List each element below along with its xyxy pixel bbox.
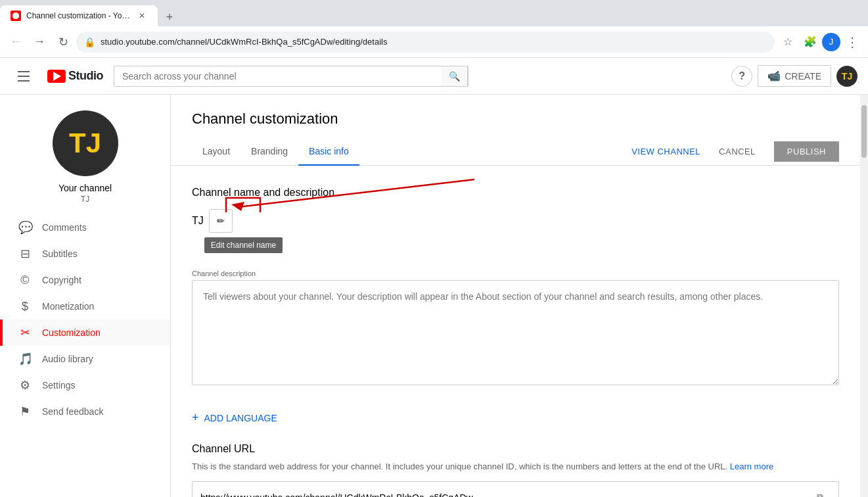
channel-url-value: https://www.youtube.com/channel/UCdkWmRc… bbox=[200, 492, 810, 498]
audio-library-icon: 🎵 bbox=[18, 352, 32, 366]
tab-actions: VIEW CHANNEL CANCEL PUBLISH bbox=[631, 141, 839, 162]
sidebar-item-settings[interactable]: ⚙ Settings bbox=[0, 372, 170, 398]
user-avatar[interactable]: TJ bbox=[836, 66, 857, 87]
cancel-button[interactable]: CANCEL bbox=[711, 141, 764, 162]
edit-channel-name-tooltip: Edit channel name bbox=[204, 237, 283, 253]
back-button[interactable]: ← bbox=[5, 32, 26, 53]
bookmark-button[interactable]: ☆ bbox=[777, 32, 798, 53]
publish-button[interactable]: PUBLISH bbox=[774, 141, 839, 162]
send-feedback-icon: ⚑ bbox=[18, 404, 32, 419]
reload-button[interactable]: ↻ bbox=[53, 32, 74, 53]
help-button[interactable]: ? bbox=[731, 66, 752, 87]
lock-icon: 🔒 bbox=[84, 37, 95, 47]
settings-icon: ⚙ bbox=[18, 378, 32, 392]
video-camera-icon: 📹 bbox=[767, 70, 781, 82]
monetization-icon: $ bbox=[18, 300, 32, 314]
channel-description-field[interactable] bbox=[192, 280, 839, 385]
tab-close-button[interactable]: ✕ bbox=[137, 11, 147, 21]
description-section: Channel description bbox=[192, 270, 839, 387]
search-input-wrap bbox=[114, 71, 442, 82]
view-channel-button[interactable]: VIEW CHANNEL bbox=[631, 141, 700, 162]
create-button[interactable]: 📹 CREATE bbox=[758, 65, 831, 87]
search-bar[interactable]: 🔍 bbox=[114, 66, 468, 87]
sidebar-item-customization[interactable]: ✂ Customization bbox=[0, 320, 170, 346]
sidebar-label-comments: Comments bbox=[42, 222, 87, 233]
play-triangle bbox=[53, 72, 61, 81]
subtitles-icon: ⊟ bbox=[18, 247, 32, 261]
channel-handle-display: TJ bbox=[81, 195, 89, 204]
sidebar-label-monetization: Monetization bbox=[42, 301, 94, 312]
pencil-icon: ✏ bbox=[217, 216, 225, 226]
extensions-button[interactable]: 🧩 bbox=[800, 32, 821, 53]
hamburger-menu-button[interactable] bbox=[11, 63, 37, 89]
edit-channel-name-button[interactable]: ✏ Edit channel name bbox=[209, 209, 233, 233]
address-bar[interactable]: 🔒 studio.youtube.com/channel/UCdkWmRcI-B… bbox=[76, 32, 775, 53]
youtube-logo-icon bbox=[47, 70, 66, 83]
add-language-label: ADD LANGUAGE bbox=[204, 413, 277, 423]
add-language-button[interactable]: + ADD LANGUAGE bbox=[192, 403, 277, 433]
main-content: Channel customization Layout Branding Ba… bbox=[171, 95, 860, 497]
logo[interactable]: Studio bbox=[47, 69, 103, 83]
sidebar-label-copyright: Copyright bbox=[42, 275, 81, 285]
channel-avatar-section: TJ Your channel TJ bbox=[0, 95, 170, 214]
create-label: CREATE bbox=[785, 71, 821, 82]
sidebar-item-copyright[interactable]: © Copyright bbox=[0, 267, 170, 293]
content-area: TJ Your channel TJ 💬 Comments ⊟ Subtitle… bbox=[0, 95, 868, 497]
sidebar-label-send-feedback: Send feedback bbox=[42, 406, 103, 417]
tab-favicon bbox=[11, 11, 21, 21]
section-title: Channel name and description bbox=[192, 187, 839, 199]
url-display: studio.youtube.com/channel/UCdkWmRcI-Bkh… bbox=[101, 37, 767, 47]
browser-profile-avatar[interactable]: J bbox=[822, 33, 840, 51]
sidebar-label-settings: Settings bbox=[42, 380, 76, 390]
scrollbar-track bbox=[860, 95, 868, 497]
page-title: Channel customization bbox=[192, 110, 839, 128]
sidebar: TJ Your channel TJ 💬 Comments ⊟ Subtitle… bbox=[0, 95, 171, 497]
nav-right: ? 📹 CREATE TJ bbox=[731, 65, 857, 87]
tab-branding[interactable]: Branding bbox=[240, 138, 298, 166]
customization-icon: ✂ bbox=[18, 325, 32, 340]
channel-url-description: This is the standard web address for you… bbox=[192, 460, 839, 473]
sidebar-nav: 💬 Comments ⊟ Subtitles © Copyright $ Mon… bbox=[0, 214, 170, 497]
plus-icon: + bbox=[192, 411, 199, 425]
sidebar-item-comments[interactable]: 💬 Comments bbox=[0, 214, 170, 241]
sidebar-item-subtitles[interactable]: ⊟ Subtitles bbox=[0, 241, 170, 267]
url-copy-row: https://www.youtube.com/channel/UCdkWmRc… bbox=[192, 481, 839, 498]
copy-icon: ⧉ bbox=[817, 492, 823, 497]
page-header: Channel customization bbox=[171, 95, 860, 128]
app-container: Studio 🔍 ? 📹 CREATE TJ bbox=[0, 58, 868, 497]
search-input[interactable] bbox=[122, 71, 434, 82]
browser-toolbar: ← → ↻ 🔒 studio.youtube.com/channel/UCdkW… bbox=[0, 26, 868, 58]
copyright-icon: © bbox=[18, 273, 32, 287]
channel-avatar: TJ bbox=[53, 110, 118, 176]
sidebar-item-send-feedback[interactable]: ⚑ Send feedback bbox=[0, 398, 170, 425]
sidebar-item-monetization[interactable]: $ Monetization bbox=[0, 293, 170, 320]
copy-url-button[interactable]: ⧉ bbox=[810, 487, 831, 498]
scrollbar-thumb[interactable] bbox=[861, 105, 867, 158]
channel-name-row: TJ ✏ Edit channel name bbox=[192, 209, 233, 233]
channel-name-value: TJ bbox=[192, 215, 204, 227]
main-body: Channel name and description TJ ✏ Edit c… bbox=[171, 166, 860, 497]
top-nav: Studio 🔍 ? 📹 CREATE TJ bbox=[0, 58, 868, 95]
channel-name-section: TJ ✏ Edit channel name bbox=[192, 209, 233, 248]
tab-bar: Channel customization - YouTub... ✕ + bbox=[0, 0, 868, 26]
channel-url-section: Channel URL This is the standard web add… bbox=[192, 443, 839, 497]
sidebar-item-audio-library[interactable]: 🎵 Audio library bbox=[0, 346, 170, 372]
tab-layout[interactable]: Layout bbox=[192, 138, 240, 166]
channel-url-title: Channel URL bbox=[192, 443, 839, 455]
tab-basic-info[interactable]: Basic info bbox=[298, 138, 359, 166]
active-tab[interactable]: Channel customization - YouTub... ✕ bbox=[0, 5, 158, 26]
tab-title: Channel customization - YouTub... bbox=[26, 11, 131, 20]
comments-icon: 💬 bbox=[18, 220, 32, 235]
learn-more-link[interactable]: Learn more bbox=[730, 462, 773, 471]
forward-button[interactable]: → bbox=[29, 32, 50, 53]
hamburger-icon bbox=[18, 71, 30, 82]
search-submit-button[interactable]: 🔍 bbox=[442, 66, 468, 87]
description-label: Channel description bbox=[192, 270, 839, 277]
browser-menu-button[interactable]: ⋮ bbox=[842, 32, 863, 53]
toolbar-actions: ☆ 🧩 J ⋮ bbox=[777, 32, 863, 53]
svg-marker-1 bbox=[231, 202, 244, 211]
browser-window: Channel customization - YouTub... ✕ + ← … bbox=[0, 0, 868, 497]
new-tab-button[interactable]: + bbox=[160, 8, 179, 26]
sidebar-label-customization: Customization bbox=[42, 327, 101, 338]
sidebar-label-audio-library: Audio library bbox=[42, 354, 93, 364]
